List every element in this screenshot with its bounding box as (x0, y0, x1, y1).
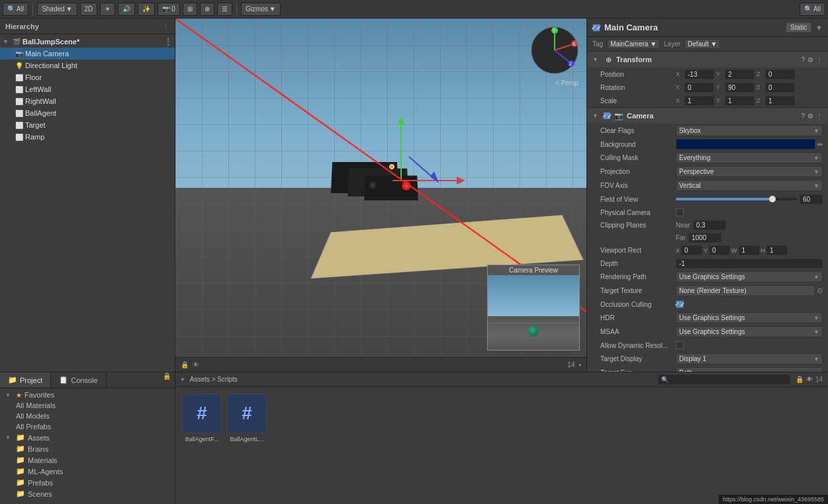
background-color-picker[interactable]: ✏ (817, 141, 823, 148)
favorites-group[interactable]: ▼ ★ Favorites (3, 390, 172, 400)
hierarchy-item-target[interactable]: ⬜ Target (0, 119, 175, 131)
target-texture-icon[interactable]: ⊙ (817, 286, 823, 295)
eye-icon[interactable]: 👁 (193, 361, 199, 368)
panel-lock-icon[interactable]: 🔒 (159, 372, 175, 388)
clear-flags-dropdown[interactable]: Skybox ▼ (676, 125, 823, 136)
camera-menu-icon[interactable]: ⋮ (816, 112, 823, 120)
target-texture-dropdown[interactable]: None (Render Texture) (676, 285, 815, 296)
nav-btn[interactable]: ⊕ (200, 3, 214, 16)
sc-z-field[interactable] (765, 96, 795, 106)
sc-x-field[interactable] (684, 96, 714, 106)
hierarchy-scene-root[interactable]: ▼ 🎬 BallJumpScene* ⋮ (0, 36, 175, 48)
static-dropdown-arrow[interactable]: ▼ (815, 24, 823, 32)
gizmos-arrow: ▼ (269, 5, 276, 13)
search-all-btn[interactable]: 🔍 All (3, 3, 28, 16)
transform-header[interactable]: ▼ ⊕ Transform ? ⚙ ⋮ (587, 52, 828, 67)
fov-axis-dropdown[interactable]: Vertical ▼ (676, 180, 823, 191)
rot-x-field[interactable] (684, 83, 714, 93)
assets-prefabs[interactable]: 📁 Prefabs (3, 477, 172, 488)
camera-settings-icon[interactable]: ⚙ (807, 112, 813, 120)
shading-dropdown[interactable]: Shaded ▼ (37, 3, 77, 16)
favorites-all-materials[interactable]: All Materials (3, 400, 172, 411)
asset-item-ballagentl[interactable]: # BallAgentL... (227, 394, 267, 497)
plus-button[interactable]: + (181, 376, 185, 383)
target-display-label: Target Display (600, 355, 673, 362)
fx-btn[interactable]: ✨ (138, 3, 155, 16)
grid-btn[interactable]: ⊞ (183, 3, 197, 16)
occlusion-culling-checkbox[interactable]: ✓ (676, 300, 684, 308)
assets-eye-icon[interactable]: 👁 (806, 376, 813, 383)
tab-console[interactable]: 📋 Console (51, 372, 106, 388)
misc-btn[interactable]: ☰ (217, 3, 232, 16)
assets-ml-agents[interactable]: 📁 ML-Agents (3, 466, 172, 477)
assets-group[interactable]: ▼ 📁 Assets (3, 432, 172, 443)
pos-x-field[interactable] (684, 69, 714, 79)
pos-y-field[interactable] (725, 69, 755, 79)
assets-materials[interactable]: 📁 Materials (3, 454, 172, 466)
fov-slider[interactable] (676, 198, 797, 200)
projection-dropdown[interactable]: Perspective ▼ (676, 166, 823, 177)
layers-btn[interactable]: ▪ (578, 361, 581, 368)
2d-btn[interactable]: 2D (80, 3, 98, 16)
hierarchy-item-rightwall[interactable]: ⬜ RightWall (0, 95, 175, 107)
camera-count-btn[interactable]: 📷0 (158, 3, 180, 16)
hierarchy-item-leftwall[interactable]: ⬜ LeftWall (0, 83, 175, 95)
gizmos-dropdown[interactable]: Gizmos ▼ (241, 3, 281, 16)
near-value-field[interactable] (693, 220, 726, 230)
favorites-all-models[interactable]: All Models (3, 411, 172, 421)
pos-z-field[interactable] (765, 69, 795, 79)
depth-field[interactable] (676, 259, 823, 269)
ramp-label: Ramp (25, 133, 44, 141)
far-value-field[interactable] (688, 233, 721, 243)
vp-x-field[interactable] (681, 245, 702, 255)
assets-lock-icon[interactable]: 🔒 (796, 376, 804, 383)
tag-dropdown[interactable]: MainCamera ▼ (607, 39, 660, 49)
scene-view[interactable]: Y X Z < Persp Camera Preview (175, 19, 586, 357)
allow-dynamic-res-checkbox[interactable] (676, 341, 684, 349)
hierarchy-item-ramp[interactable]: ⬜ Ramp (0, 131, 175, 143)
static-badge[interactable]: Static (786, 22, 811, 32)
right-search-btn[interactable]: 🔍 All (800, 3, 825, 16)
rendering-path-dropdown[interactable]: Use Graphics Settings ▼ (676, 271, 823, 282)
vp-w-field[interactable] (739, 245, 760, 255)
lock-icon[interactable]: 🔒 (181, 361, 189, 368)
camera-header[interactable]: ▼ ✓ 📷 Camera ? ⚙ ⋮ (587, 108, 828, 124)
target-display-dropdown[interactable]: Display 1 ▼ (676, 353, 823, 364)
transform-menu-icon[interactable]: ⋮ (816, 56, 823, 63)
vp-h-field[interactable] (766, 245, 788, 255)
target-eye-dropdown[interactable]: Both ▼ (676, 367, 823, 372)
tab-project[interactable]: 📁 Project (0, 372, 51, 388)
fov-value-field[interactable] (800, 194, 823, 204)
physical-camera-checkbox[interactable] (676, 208, 684, 216)
assets-scenes[interactable]: 📁 Scenes (3, 488, 172, 499)
assets-search-field[interactable]: 🔍 (658, 374, 790, 385)
rendering-path-row: Rendering Path Use Graphics Settings ▼ (587, 270, 828, 284)
transform-help-icon[interactable]: ? (801, 56, 805, 63)
layer-dropdown[interactable]: Default ▼ (684, 39, 720, 49)
assets-brains[interactable]: 📁 Brains (3, 443, 172, 454)
hierarchy-menu-icon[interactable]: ⋮ (162, 22, 169, 30)
rot-z-field[interactable] (765, 83, 795, 93)
scene-orientation-gizmo[interactable]: Y X Z (528, 24, 581, 77)
light-btn[interactable]: ☀ (100, 3, 115, 16)
hdr-dropdown[interactable]: Use Graphics Settings ▼ (676, 312, 823, 323)
sound-btn[interactable]: 🔊 (118, 3, 135, 16)
sc-y-field[interactable] (725, 96, 755, 106)
msaa-dropdown[interactable]: Use Graphics Settings ▼ (676, 326, 823, 337)
background-color-swatch[interactable] (676, 139, 815, 149)
gameobject-enabled-checkbox[interactable]: ✓ (592, 24, 600, 32)
camera-enabled-checkbox[interactable]: ✓ (603, 112, 611, 120)
rot-y-field[interactable] (725, 83, 755, 93)
asset-item-ballagentf[interactable]: # BallAgentF... (182, 394, 222, 497)
hierarchy-item-ballagent[interactable]: ⬜ BallAgent (0, 107, 175, 119)
hierarchy-item-main-camera[interactable]: 📷 Main Camera (0, 48, 175, 60)
favorites-all-prefabs[interactable]: All Prefabs (3, 421, 172, 432)
scene-menu-icon[interactable]: ⋮ (164, 37, 172, 46)
culling-mask-dropdown[interactable]: Everything ▼ (676, 152, 823, 163)
hierarchy-item-floor[interactable]: ⬜ Floor (0, 71, 175, 83)
vp-y-field[interactable] (709, 245, 730, 255)
camera-help-icon[interactable]: ? (801, 112, 805, 120)
transform-settings-icon[interactable]: ⚙ (807, 56, 813, 63)
center-panel: Y X Z < Persp Camera Preview (175, 19, 586, 372)
hierarchy-item-dir-light[interactable]: 💡 Directional Light (0, 60, 175, 71)
